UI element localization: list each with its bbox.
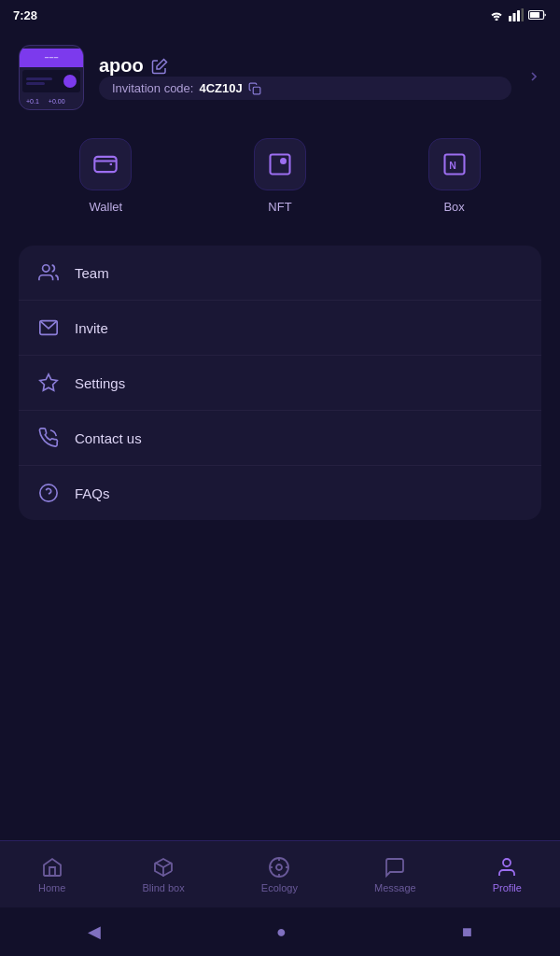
nft-label: NFT [268,200,291,214]
contact-label: Contact us [75,430,142,446]
ecology-nav-label: Ecology [261,882,298,893]
message-icon [384,856,406,879]
signal-icon [509,8,524,21]
profile-chevron-icon[interactable] [526,67,541,89]
svg-text:N: N [449,160,456,171]
profile-header: ━━━ +0.1 +0.00 apoo [19,45,541,110]
menu-item-faqs[interactable]: FAQs [19,466,541,520]
faqs-label: FAQs [75,485,110,501]
wallet-icon [92,151,119,177]
menu-item-team[interactable]: Team [19,246,541,301]
nav-item-message[interactable]: Message [363,851,427,899]
edit-profile-icon[interactable] [151,58,168,75]
svg-rect-8 [95,157,117,172]
battery-icon [528,9,547,21]
wallet-label: Wallet [90,200,123,214]
svg-point-13 [43,265,49,272]
box-icon-container: N [428,138,481,190]
message-nav-label: Message [374,882,416,893]
nav-item-blindbox[interactable]: Blind box [131,851,195,899]
svg-rect-1 [513,13,516,21]
bottom-nav: Home Blind box Ecology Message [0,840,560,907]
svg-point-25 [503,859,511,866]
menu-item-contact[interactable]: Contact us [19,411,541,466]
copy-icon[interactable] [248,82,261,95]
status-bar: 7:28 [0,0,560,30]
svg-rect-3 [522,8,525,21]
profile-nav-icon [496,856,518,879]
android-nav: ◀ ● ■ [0,907,560,956]
blindbox-nav-label: Blind box [142,882,184,893]
invitation-code: 4CZ10J [199,81,242,95]
status-time: 7:28 [13,8,37,22]
blindbox-icon [152,856,175,879]
status-icons [489,8,547,21]
ecology-icon [268,856,290,879]
invite-label: Invite [75,320,108,336]
svg-point-20 [276,865,282,870]
svg-marker-6 [157,59,167,69]
settings-label: Settings [75,375,125,391]
invitation-label: Invitation code: [112,81,193,95]
team-icon [37,261,60,284]
invite-icon [37,316,60,339]
profile-username: apoo [99,55,144,77]
svg-rect-2 [517,10,520,21]
box-icon: N [441,151,468,177]
profile-nav-label: Profile [493,882,522,893]
team-label: Team [75,265,109,281]
quick-action-nft[interactable]: NFT [254,138,306,214]
svg-rect-0 [509,16,511,21]
quick-action-wallet[interactable]: Wallet [79,138,132,214]
android-back-button[interactable]: ◀ [88,921,101,942]
svg-rect-7 [253,87,260,94]
quick-actions: Wallet NFT N Box [19,129,541,223]
svg-marker-15 [40,374,57,390]
wifi-icon [489,9,504,21]
svg-point-16 [40,485,57,501]
nav-item-ecology[interactable]: Ecology [250,851,309,899]
nft-icon [267,151,293,177]
profile-info: apoo Invitation code: 4CZ10J [99,55,511,100]
nav-item-home[interactable]: Home [27,851,77,899]
menu-item-settings[interactable]: Settings [19,356,541,411]
box-label: Box [443,200,464,214]
faqs-icon [37,482,60,504]
main-content: ━━━ +0.1 +0.00 apoo [0,30,560,535]
contact-icon [37,427,60,449]
invitation-code-box: Invitation code: 4CZ10J [99,77,511,100]
menu-list: Team Invite Settings [19,246,541,520]
svg-rect-9 [270,155,289,175]
wallet-icon-container [79,138,132,190]
android-home-button[interactable]: ● [276,922,287,942]
svg-rect-5 [530,12,539,18]
home-nav-label: Home [38,882,65,893]
menu-item-invite[interactable]: Invite [19,301,541,356]
android-recent-button[interactable]: ■ [462,922,472,942]
home-icon [41,856,63,879]
nav-item-profile[interactable]: Profile [482,851,533,899]
avatar: ━━━ +0.1 +0.00 [19,45,84,110]
quick-action-box[interactable]: N Box [428,138,481,214]
nft-icon-container [254,138,306,190]
svg-point-10 [280,158,287,164]
settings-icon [37,372,60,394]
